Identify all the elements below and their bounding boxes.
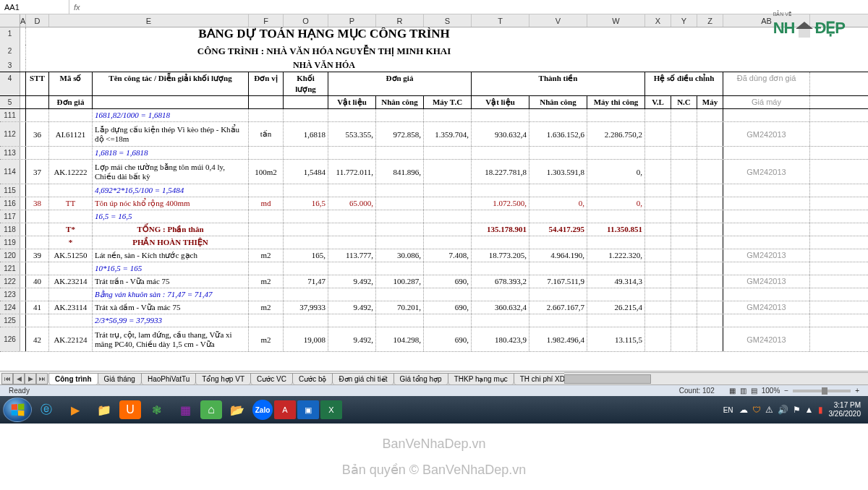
cell-desc[interactable]: 1681,82/1000 = 1,6818 — [93, 109, 249, 121]
cell-tnc[interactable] — [529, 109, 587, 121]
cell-nc[interactable] — [376, 314, 424, 327]
cell-ab[interactable] — [723, 314, 810, 327]
cell-kl[interactable]: 1,6818 — [284, 122, 328, 146]
cell-kl[interactable]: 71,47 — [284, 275, 328, 288]
cell-tmtc[interactable] — [587, 262, 645, 275]
cell-ab[interactable] — [723, 184, 810, 197]
cell-tvl[interactable]: 18.773.205, — [472, 249, 529, 262]
rowhdr[interactable]: 126 — [0, 327, 20, 351]
cell-maso[interactable] — [49, 288, 93, 301]
cell-donvi[interactable] — [249, 262, 284, 275]
cell-tmtc[interactable] — [587, 210, 645, 223]
cell-tvl[interactable] — [472, 109, 529, 121]
cell-tmtc[interactable] — [587, 314, 645, 327]
rowhdr[interactable]: 1 — [0, 27, 20, 45]
taskbar-clock[interactable]: 3:17 PM 3/26/2020 — [829, 401, 866, 418]
taskbar-autocad-icon[interactable]: A — [274, 400, 296, 419]
sheet-tab[interactable]: Giá tổng hợp — [393, 373, 448, 384]
select-all-corner[interactable] — [0, 14, 20, 27]
cell-mtc[interactable] — [424, 288, 472, 301]
cell-mtc[interactable] — [424, 223, 472, 236]
cell-ab[interactable]: GM242013 — [723, 301, 810, 314]
cell-maso[interactable] — [49, 210, 93, 223]
cell-tnc[interactable] — [529, 184, 587, 197]
cell-tmtc[interactable]: 13.115,5 — [587, 327, 645, 351]
cell-ab[interactable] — [723, 288, 810, 301]
cell-stt[interactable]: 42 — [26, 327, 49, 351]
cell-tnc[interactable] — [529, 236, 587, 249]
cell-nc[interactable] — [376, 236, 424, 249]
tray-app-icon[interactable]: ▮ — [818, 405, 823, 415]
cell-ab[interactable] — [723, 109, 810, 121]
rowhdr[interactable]: 123 — [0, 288, 20, 301]
cell-maso[interactable]: * — [49, 236, 93, 249]
cell-tnc[interactable]: 0, — [529, 197, 587, 210]
taskbar-dwg-icon[interactable]: ▣ — [297, 400, 319, 419]
taskbar-zalo-icon[interactable]: Zalo — [252, 400, 273, 420]
cell-vl[interactable] — [328, 210, 376, 223]
cell-maso[interactable]: AI.61121 — [49, 122, 93, 146]
sheet-tab[interactable]: Giá tháng — [98, 373, 142, 384]
formula-input[interactable] — [85, 3, 868, 12]
rowhdr[interactable]: 116 — [0, 197, 20, 210]
cell-maso[interactable] — [49, 109, 93, 121]
cell-tnc[interactable]: 7.167.511,9 — [529, 275, 587, 288]
tray-chevron-icon[interactable]: ▲ — [805, 405, 814, 415]
cell-donvi[interactable] — [249, 314, 284, 327]
cell-tmtc[interactable]: 0, — [587, 160, 645, 184]
start-button[interactable] — [3, 397, 32, 422]
colhdr-R[interactable]: R — [376, 14, 424, 27]
cell-donvi[interactable]: m2 — [249, 301, 284, 314]
zoom-level[interactable]: 100% — [762, 387, 780, 395]
cell-tvl[interactable]: 360.632,4 — [472, 301, 529, 314]
cell-tmtc[interactable] — [587, 184, 645, 197]
cell-donvi[interactable] — [249, 210, 284, 223]
cell-kl[interactable]: 19,008 — [284, 327, 328, 351]
rowhdr[interactable]: 118 — [0, 223, 20, 236]
cell-mtc[interactable]: 7.408, — [424, 249, 472, 262]
cell-tmtc[interactable] — [587, 109, 645, 121]
cell-nc[interactable]: 972.858, — [376, 122, 424, 146]
cell-donvi[interactable]: m2 — [249, 327, 284, 351]
tray-network-icon[interactable]: ⚠ — [765, 405, 773, 415]
cell-nc[interactable] — [376, 262, 424, 275]
cell-tvl[interactable] — [472, 210, 529, 223]
cell-maso[interactable]: AK.23214 — [49, 275, 93, 288]
cell-tmtc[interactable]: 49.314,3 — [587, 275, 645, 288]
cell-desc[interactable]: Trát trần - Vữa mác 75 — [93, 275, 249, 288]
cell-maso[interactable] — [49, 262, 93, 275]
cell-nc[interactable]: 841.896, — [376, 160, 424, 184]
sheet-tab[interactable]: Cước bộ — [292, 373, 333, 384]
cell-desc[interactable]: 4,692*2*16,5/100 = 1,5484 — [93, 184, 249, 197]
cell-tnc[interactable] — [529, 288, 587, 301]
sheet-tab[interactable]: TH chi phí XD — [514, 373, 571, 384]
cell-stt[interactable]: 40 — [26, 275, 49, 288]
cell-mtc[interactable] — [424, 197, 472, 210]
cell-desc[interactable]: TỔNG : Phần thân — [93, 223, 249, 236]
cell-tmtc[interactable]: 2.286.750,2 — [587, 122, 645, 146]
rowhdr[interactable]: 111 — [0, 109, 20, 121]
cell-tvl[interactable]: 1.072.500, — [472, 197, 529, 210]
colhdr-W[interactable]: W — [587, 14, 645, 27]
cell-stt[interactable] — [26, 184, 49, 197]
cell-stt[interactable] — [26, 262, 49, 275]
cell-kl[interactable]: 16,5 — [284, 197, 328, 210]
cell-mtc[interactable]: 1.359.704, — [424, 122, 472, 146]
sheet-tab[interactable]: Đơn giá chi tiết — [332, 373, 393, 384]
cell-donvi[interactable]: m2 — [249, 275, 284, 288]
colhdr-F[interactable]: F — [249, 14, 284, 27]
cell-mtc[interactable] — [424, 147, 472, 159]
cell-tvl[interactable]: 678.393,2 — [472, 275, 529, 288]
cell-tmtc[interactable] — [587, 147, 645, 159]
taskbar-home-icon[interactable]: ⌂ — [200, 400, 222, 419]
cell-tmtc[interactable] — [587, 288, 645, 301]
sheet-tab[interactable]: HaoPhiVatTu — [141, 373, 196, 384]
colhdr-Z[interactable]: Z — [697, 14, 723, 27]
cell-desc[interactable]: Lắp dựng cấu kiện thép Vì kèo thép - Khẩ… — [93, 122, 249, 146]
cell-maso[interactable]: T* — [49, 223, 93, 236]
cell-kl[interactable] — [284, 184, 328, 197]
cell-nc[interactable]: 30.086, — [376, 249, 424, 262]
cell-tnc[interactable] — [529, 147, 587, 159]
rowhdr[interactable]: 117 — [0, 210, 20, 223]
cell-ab[interactable] — [723, 223, 810, 236]
